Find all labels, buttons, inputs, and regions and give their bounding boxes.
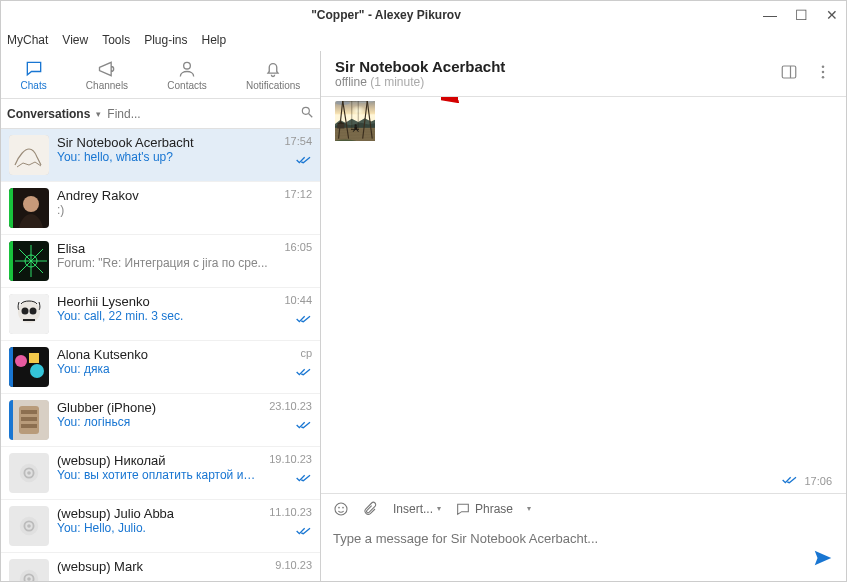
svg-point-12 — [22, 308, 29, 315]
svg-point-36 — [822, 65, 825, 68]
attach-button[interactable] — [363, 501, 379, 517]
menu-help[interactable]: Help — [202, 33, 227, 47]
conversation-name: (websup) Николай — [57, 453, 261, 468]
svg-rect-23 — [21, 417, 37, 421]
avatar — [9, 188, 49, 228]
tab-channels[interactable]: Channels — [86, 59, 128, 91]
conversation-name: Alona Kutsenko — [57, 347, 288, 362]
conversation-list[interactable]: Sir Notebook AcerbachtYou: hello, what's… — [1, 129, 320, 581]
left-panel: Chats Channels Contacts Notifications Co… — [1, 51, 321, 581]
svg-point-13 — [30, 308, 37, 315]
avatar — [9, 347, 49, 387]
maximize-button[interactable]: ☐ — [795, 7, 808, 23]
tab-channels-label: Channels — [86, 80, 128, 91]
message-input[interactable] — [333, 531, 812, 546]
read-checks-icon — [782, 475, 798, 487]
contacts-icon — [177, 59, 197, 79]
chevron-down-icon[interactable]: ▾ — [96, 109, 101, 119]
chat-body[interactable]: 17:06 — [321, 97, 846, 493]
chat-panel: Sir Notebook Acerbacht offline (1 minute… — [321, 51, 846, 581]
menu-tools[interactable]: Tools — [102, 33, 130, 47]
chats-icon — [24, 59, 44, 79]
svg-point-58 — [335, 503, 347, 515]
photo-message[interactable] — [335, 101, 645, 493]
conversation-name: Glubber (iPhone) — [57, 400, 261, 415]
compose-area — [321, 523, 846, 581]
conversation-time: 11.10.23 — [269, 506, 312, 518]
panel-toggle-button[interactable] — [780, 63, 798, 85]
avatar — [9, 506, 49, 546]
bell-icon — [263, 59, 283, 79]
svg-point-17 — [30, 364, 44, 378]
svg-rect-18 — [29, 353, 39, 363]
conversation-item[interactable]: Glubber (iPhone)You: логінься23.10.23 — [1, 394, 320, 447]
svg-rect-20 — [9, 400, 13, 440]
menu-view[interactable]: View — [62, 33, 88, 47]
emoji-button[interactable] — [333, 501, 349, 517]
svg-point-60 — [342, 506, 344, 508]
read-checks-icon — [296, 469, 312, 487]
window-title: "Copper" - Alexey Pikurov — [9, 8, 763, 22]
filter-bar: Conversations ▾ — [1, 99, 320, 129]
conversation-name: Elisa — [57, 241, 276, 256]
avatar — [9, 559, 49, 581]
tab-chats[interactable]: Chats — [21, 59, 47, 91]
close-button[interactable]: ✕ — [826, 7, 838, 23]
avatar — [9, 241, 49, 281]
menu-plugins[interactable]: Plug-ins — [144, 33, 187, 47]
conversation-item[interactable]: (websup) Julio AbbaYou: Hello, Julio.11.… — [1, 500, 320, 553]
conversation-item[interactable]: ElisaForum: "Re: Интеграция с jira по ср… — [1, 235, 320, 288]
svg-point-59 — [338, 506, 340, 508]
svg-point-16 — [15, 355, 27, 367]
svg-rect-3 — [9, 135, 49, 175]
svg-point-38 — [822, 75, 825, 78]
chat-status-text: offline — [335, 75, 367, 89]
tab-chats-label: Chats — [21, 80, 47, 91]
chat-status: offline (1 minute) — [335, 75, 780, 89]
conversation-item[interactable]: (websup) НиколайYou: вы хотите оплатить … — [1, 447, 320, 500]
window-controls: — ☐ ✕ — [763, 7, 838, 23]
tab-contacts[interactable]: Contacts — [167, 59, 206, 91]
conversation-preview: You: логінься — [57, 415, 261, 429]
avatar — [9, 400, 49, 440]
conversation-name: (websup) Mark — [57, 559, 267, 574]
conversation-preview: Forum: "Re: Интеграция с jira по сре... — [57, 256, 276, 270]
conversation-time: 16:05 — [284, 241, 312, 253]
search-icon[interactable] — [300, 105, 314, 122]
svg-point-1 — [302, 107, 309, 114]
svg-rect-5 — [9, 188, 13, 228]
conversation-item[interactable]: Andrey Rakov:)17:12 — [1, 182, 320, 235]
conversation-item[interactable]: Sir Notebook AcerbachtYou: hello, what's… — [1, 129, 320, 182]
svg-rect-15 — [9, 347, 13, 387]
send-button[interactable] — [812, 547, 834, 573]
menu-mychat[interactable]: MyChat — [7, 33, 48, 47]
minimize-button[interactable]: — — [763, 7, 777, 23]
read-checks-icon — [296, 310, 312, 328]
insert-button[interactable]: Insert...▾ — [393, 502, 441, 516]
conversation-name: (websup) Julio Abba — [57, 506, 261, 521]
chat-header: Sir Notebook Acerbacht offline (1 minute… — [321, 51, 846, 97]
conversation-item[interactable]: Heorhii LysenkoYou: call, 22 min. 3 sec.… — [1, 288, 320, 341]
message-time: 17:06 — [804, 475, 832, 487]
channels-icon — [97, 59, 117, 79]
conversation-item[interactable]: (websup) Mark9.10.23 — [1, 553, 320, 581]
more-menu-button[interactable] — [814, 63, 832, 85]
read-checks-icon — [296, 416, 312, 434]
svg-point-27 — [27, 471, 31, 475]
conversation-preview: You: вы хотите оплатить картой или ... — [57, 468, 261, 482]
conversation-time: 23.10.23 — [269, 400, 312, 412]
search-input[interactable] — [107, 107, 294, 121]
svg-point-6 — [23, 196, 39, 212]
svg-point-0 — [184, 62, 191, 69]
conversation-time: 9.10.23 — [275, 559, 312, 571]
read-checks-icon — [296, 522, 312, 540]
conversation-time: 17:12 — [284, 188, 312, 200]
conversation-item[interactable]: Alona KutsenkoYou: дякаср — [1, 341, 320, 394]
conversation-preview: You: Hello, Julio. — [57, 521, 261, 535]
avatar — [9, 294, 49, 334]
avatar — [9, 135, 49, 175]
phrase-button[interactable]: Phrase ▾ — [455, 501, 531, 517]
filter-label[interactable]: Conversations — [7, 107, 90, 121]
conversation-preview: You: hello, what's up? — [57, 150, 276, 164]
tab-notifications[interactable]: Notifications — [246, 59, 300, 91]
